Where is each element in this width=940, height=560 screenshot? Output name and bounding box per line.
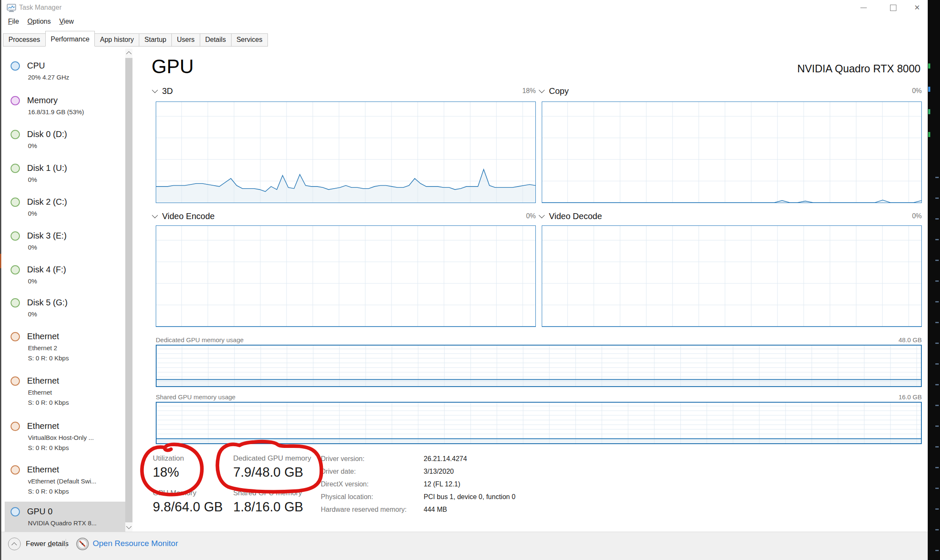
- title-bar[interactable]: Task Manager ×: [1, 0, 928, 16]
- tab-performance[interactable]: Performance: [45, 31, 95, 47]
- sidebar-item-disk-3[interactable]: Disk 3 (E:)0%: [5, 226, 125, 253]
- scroll-down-icon[interactable]: [126, 524, 132, 529]
- status-bar: Fewer details Open Resource Monitor: [1, 532, 928, 560]
- sidebar-item-detail: S: 0 R: 0 Kbps: [28, 353, 125, 363]
- shared-memory-chart: [156, 402, 922, 444]
- sidebar-item-disk-0[interactable]: Disk 0 (D:)0%: [5, 124, 125, 151]
- sidebar-item-disk-2[interactable]: Disk 2 (C:)0%: [5, 192, 125, 219]
- sidebar-item-title: Ethernet: [27, 332, 59, 341]
- ethernet-4-gauge-icon: [11, 465, 20, 475]
- sidebar-item-ethernet-2[interactable]: EthernetEthernetS: 0 R: 0 Kbps: [5, 371, 125, 408]
- tab-services[interactable]: Services: [232, 33, 268, 47]
- sidebar-item-detail: 0%: [28, 175, 125, 185]
- memory-gauge-icon: [11, 96, 20, 105]
- open-resource-monitor-link[interactable]: Open Resource Monitor: [93, 539, 178, 548]
- stat-label: Dedicated GPU memory: [233, 454, 311, 463]
- stat-label: Shared GPU memory: [233, 489, 303, 497]
- sidebar-item-disk-4[interactable]: Disk 4 (F:)0%: [5, 260, 125, 286]
- stat-utilization: Utilization 18%: [153, 454, 184, 480]
- stat-value: 9.8/64.0 GB: [153, 500, 223, 515]
- stat-dedicated-gpu-memory: Dedicated GPU memory 7.9/48.0 GB: [233, 454, 311, 480]
- sidebar-scrollbar[interactable]: [125, 49, 132, 532]
- page-title: GPU: [152, 55, 194, 78]
- sidebar-item-detail: S: 0 R: 0 Kbps: [28, 398, 125, 408]
- task-manager-app-icon: [7, 4, 16, 12]
- fewer-details-button[interactable]: Fewer details: [8, 538, 69, 550]
- stat-label: Utilization: [153, 454, 184, 463]
- disk-4-gauge-icon: [11, 265, 20, 275]
- code-fragment: [928, 109, 930, 114]
- gpu-copy-chart: [542, 102, 922, 203]
- shared-memory-axis-max: 16.0 GB: [899, 393, 922, 401]
- tab-users[interactable]: Users: [172, 33, 200, 47]
- chevron-up-circle-icon: [8, 538, 21, 550]
- dedicated-memory-chart: [156, 345, 922, 387]
- tab-details[interactable]: Details: [200, 33, 232, 47]
- disk-3-gauge-icon: [11, 231, 20, 241]
- menu-bar: FileOptionsView: [1, 16, 928, 27]
- sidebar-item-detail: 16.8/31.9 GB (53%): [28, 107, 125, 117]
- sidebar-item-cpu[interactable]: CPU20% 4.27 GHz: [5, 56, 125, 82]
- sidebar-item-ethernet-1[interactable]: EthernetEthernet 2S: 0 R: 0 Kbps: [5, 327, 125, 363]
- sidebar-item-disk-5[interactable]: Disk 5 (G:)0%: [5, 293, 125, 319]
- menu-item-view[interactable]: View: [55, 17, 78, 26]
- minimize-button[interactable]: [851, 1, 876, 14]
- chart-label-copy: Copy: [549, 86, 569, 96]
- sidebar-item-detail: NVIDIA Quadro RTX 8...: [28, 518, 125, 528]
- sidebar-item-title: Disk 0 (D:): [27, 129, 67, 139]
- sidebar-item-title: Disk 5 (G:): [27, 298, 68, 307]
- background-window-sliver-left: [0, 254, 1, 268]
- close-button[interactable]: ×: [906, 1, 928, 14]
- chart-label-video-encode: Video Encode: [162, 211, 215, 221]
- disk-1-gauge-icon: [11, 164, 20, 173]
- sidebar-item-title: GPU 0: [27, 507, 52, 516]
- sidebar-item-title: Disk 2 (C:): [27, 197, 67, 207]
- menu-item-options[interactable]: Options: [23, 17, 55, 26]
- sidebar-item-title: Ethernet: [27, 465, 59, 475]
- sidebar-item-ethernet-3[interactable]: EthernetVirtualBox Host-Only ...S: 0 R: …: [5, 416, 125, 453]
- sidebar-item-gpu-0[interactable]: GPU 0NVIDIA Quadro RTX 8...: [5, 502, 125, 532]
- window-title: Task Manager: [19, 4, 62, 11]
- chart-value-3d: 18%: [522, 87, 536, 95]
- video-encode-chart: [156, 225, 536, 327]
- chevron-down-icon[interactable]: [152, 87, 158, 93]
- screen: Task Manager × FileOptionsView Processes…: [0, 0, 940, 560]
- ethernet-3-gauge-icon: [11, 422, 20, 431]
- cpu-gauge-icon: [11, 61, 20, 71]
- chart-label-3d: 3D: [162, 86, 173, 96]
- tab-app-history[interactable]: App history: [95, 33, 139, 47]
- fewer-details-label: Fewer details: [26, 540, 69, 548]
- sidebar-item-detail: Ethernet 2: [28, 343, 125, 353]
- tab-startup[interactable]: Startup: [139, 33, 172, 47]
- tab-processes[interactable]: Processes: [3, 33, 46, 47]
- sidebar-item-detail: S: 0 R: 0 Kbps: [28, 486, 125, 497]
- footer-divider: [66, 539, 66, 549]
- tab-strip: ProcessesPerformanceApp historyStartupUs…: [1, 27, 928, 47]
- sidebar-item-detail: S: 0 R: 0 Kbps: [28, 443, 125, 453]
- code-fragment: [928, 132, 930, 137]
- chevron-down-icon[interactable]: [539, 212, 545, 218]
- menu-item-file[interactable]: File: [4, 17, 23, 26]
- disk-0-gauge-icon: [11, 130, 20, 139]
- chart-label-video-decode: Video Decode: [549, 211, 602, 221]
- chevron-down-icon[interactable]: [152, 212, 158, 218]
- ethernet-2-gauge-icon: [11, 376, 20, 386]
- sidebar-item-title: Disk 1 (U:): [27, 163, 67, 173]
- scroll-up-icon[interactable]: [126, 51, 132, 57]
- dedicated-memory-chart-label: Dedicated GPU memory usage: [156, 336, 244, 343]
- background-window-strip: [928, 0, 940, 560]
- sidebar-item-ethernet-4[interactable]: EthernetvEthernet (Default Swi...S: 0 R:…: [5, 460, 125, 497]
- chevron-down-icon[interactable]: [539, 87, 545, 93]
- info-row-directx-version: DirectX version: 12 (FL 12.1): [321, 480, 515, 493]
- sidebar-item-disk-1[interactable]: Disk 1 (U:)0%: [5, 158, 125, 185]
- driver-info: Driver version: 26.21.14.4274 Driver dat…: [321, 455, 515, 519]
- disk-5-gauge-icon: [11, 298, 20, 307]
- maximize-button[interactable]: [881, 1, 905, 14]
- scrollbar-thumb[interactable]: [125, 58, 132, 522]
- stat-label: GPU Memory: [153, 489, 223, 497]
- sidebar-item-detail: Ethernet: [28, 387, 125, 398]
- sidebar-item-memory[interactable]: Memory16.8/31.9 GB (53%): [5, 91, 125, 117]
- sidebar-item-detail: 0%: [28, 141, 125, 151]
- stat-gpu-memory: GPU Memory 9.8/64.0 GB: [153, 489, 223, 515]
- info-row-driver-date: Driver date: 3/13/2020: [321, 468, 515, 480]
